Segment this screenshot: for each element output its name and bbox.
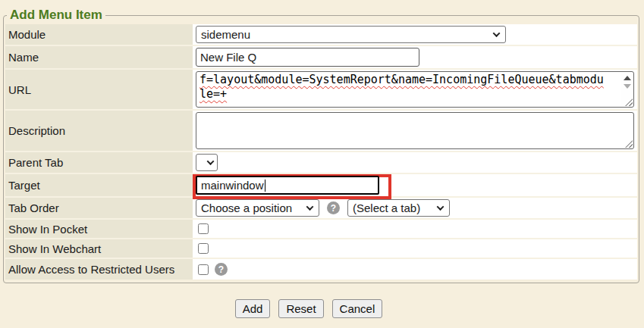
tab-order-value-cell: Choose a position ? (Select a tab) (193, 198, 637, 218)
form-row-target: Target mainwindow (5, 174, 637, 198)
tab-order-position-value: Choose a position (201, 201, 292, 214)
parent-tab-select[interactable] (196, 154, 218, 171)
form-row-allow-access: Allow Access to Restricted Users ? (5, 259, 637, 280)
module-value-cell: sidemenu (193, 24, 637, 45)
name-input-value: New File Q (200, 51, 256, 64)
scroll-down-icon[interactable] (624, 84, 631, 89)
form-row-show-in-webchart: Show In Webchart (5, 239, 637, 259)
name-label: Name (5, 46, 193, 68)
add-button[interactable]: Add (235, 299, 271, 318)
url-label: URL (5, 70, 193, 109)
show-in-pocket-value-cell (193, 220, 637, 238)
form-row-description: Description (5, 111, 637, 152)
chevron-down-icon (306, 203, 314, 211)
tab-order-tab-select[interactable]: (Select a tab) (347, 199, 450, 217)
tab-order-tab-value: (Select a tab) (353, 201, 420, 214)
show-in-pocket-checkbox[interactable] (198, 223, 209, 234)
show-in-webchart-value-cell (193, 239, 637, 258)
form-title: Add Menu Item (7, 8, 105, 23)
show-in-webchart-checkbox[interactable] (198, 243, 209, 254)
form-row-name: Name New File Q (5, 46, 637, 70)
description-label: Description (5, 111, 193, 151)
text-cursor (265, 180, 265, 192)
form-row-tab-order: Tab Order Choose a position ? (Select a … (5, 198, 637, 220)
name-value-cell: New File Q (193, 46, 637, 68)
url-textarea-value: f=layout&module=SystemReport&name=Incomi… (199, 73, 604, 101)
form-row-url: URL f=layout&module=SystemReport&name=In… (5, 70, 637, 111)
chevron-down-icon (493, 30, 501, 37)
target-input-value: mainwindow (201, 179, 264, 192)
form-row-show-in-pocket: Show In Pocket (5, 220, 637, 239)
resize-grip-icon[interactable] (625, 140, 633, 148)
url-textarea[interactable]: f=layout&module=SystemReport&name=Incomi… (196, 71, 634, 108)
form-row-parent-tab: Parent Tab (5, 152, 637, 174)
cancel-button[interactable]: Cancel (332, 299, 383, 318)
module-label: Module (5, 24, 193, 45)
help-icon[interactable]: ? (215, 263, 228, 276)
show-in-webchart-label: Show In Webchart (5, 239, 193, 258)
chevron-down-icon (207, 158, 215, 165)
target-label: Target (5, 174, 193, 196)
tab-order-position-select[interactable]: Choose a position (196, 199, 319, 217)
module-select-value: sidemenu (201, 28, 250, 41)
target-input[interactable]: mainwindow (196, 176, 379, 195)
target-value-cell: mainwindow (193, 174, 637, 196)
allow-access-value-cell: ? (193, 259, 637, 280)
form-actions: Add Reset Cancel (0, 299, 631, 318)
reset-button[interactable]: Reset (278, 299, 323, 318)
allow-access-label: Allow Access to Restricted Users (5, 259, 193, 280)
scroll-up-icon[interactable] (624, 76, 631, 80)
form-row-module: Module sidemenu (5, 24, 637, 46)
module-select[interactable]: sidemenu (196, 26, 506, 43)
tab-order-label: Tab Order (5, 198, 193, 218)
help-icon[interactable]: ? (327, 201, 340, 214)
add-menu-item-form: Add Menu Item Module sidemenu Name New F… (3, 8, 639, 283)
parent-tab-label: Parent Tab (5, 152, 193, 173)
show-in-pocket-label: Show In Pocket (5, 220, 193, 238)
allow-access-checkbox[interactable] (198, 264, 209, 275)
url-value-cell: f=layout&module=SystemReport&name=Incomi… (193, 70, 637, 109)
name-input[interactable]: New File Q (196, 48, 419, 67)
description-textarea[interactable] (196, 112, 634, 149)
parent-tab-value-cell (193, 152, 637, 173)
description-value-cell (193, 111, 637, 151)
chevron-down-icon (437, 203, 445, 211)
